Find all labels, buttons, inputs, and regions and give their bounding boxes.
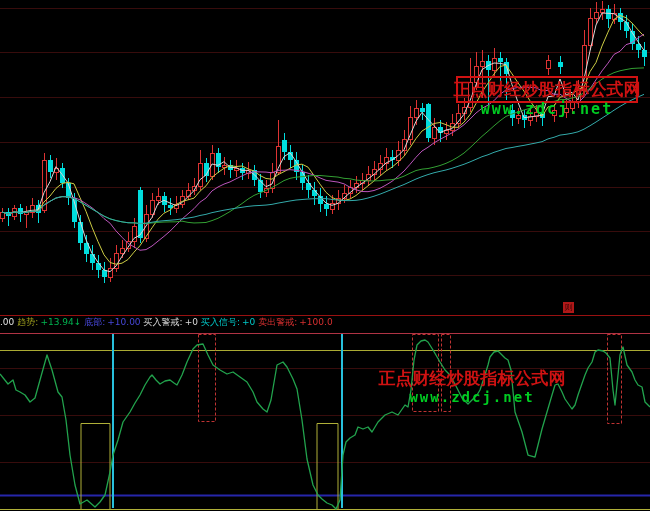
status-value: +100.0 xyxy=(299,317,332,327)
status-label: 卖出警戒: xyxy=(258,317,297,327)
status-value: +0 xyxy=(242,317,255,327)
status-label: 底部: xyxy=(84,317,105,327)
watermark-box: 正点财经炒股指标公式网 xyxy=(456,76,638,103)
indicator-status-bar: .00趋势:+13.94↓底部:+10.00买入警戒:+0买入信号:+0卖出警戒… xyxy=(0,317,650,329)
watermark-site-name: 正点财经炒股指标公式网 xyxy=(454,78,641,101)
watermark2-site-name: 正点财经炒股指标公式网 xyxy=(378,367,566,390)
stock-app-window: .00趋势:+13.94↓底部:+10.00买入警戒:+0买入信号:+0卖出警戒… xyxy=(0,0,650,511)
status-value: +10.00 xyxy=(107,317,140,327)
status-value: +0 xyxy=(185,317,198,327)
status-value: .00 xyxy=(0,317,14,327)
status-value: +13.94↓ xyxy=(40,317,81,327)
watermark2-site-url: www.zdcj.net xyxy=(378,389,566,405)
panel-tag-badge: 则 xyxy=(563,302,574,313)
watermark-site-url: www.zdcj.net xyxy=(456,100,638,118)
status-label: 买入警戒: xyxy=(144,317,183,327)
status-label: 趋势: xyxy=(17,317,38,327)
status-label: 买入信号: xyxy=(201,317,240,327)
